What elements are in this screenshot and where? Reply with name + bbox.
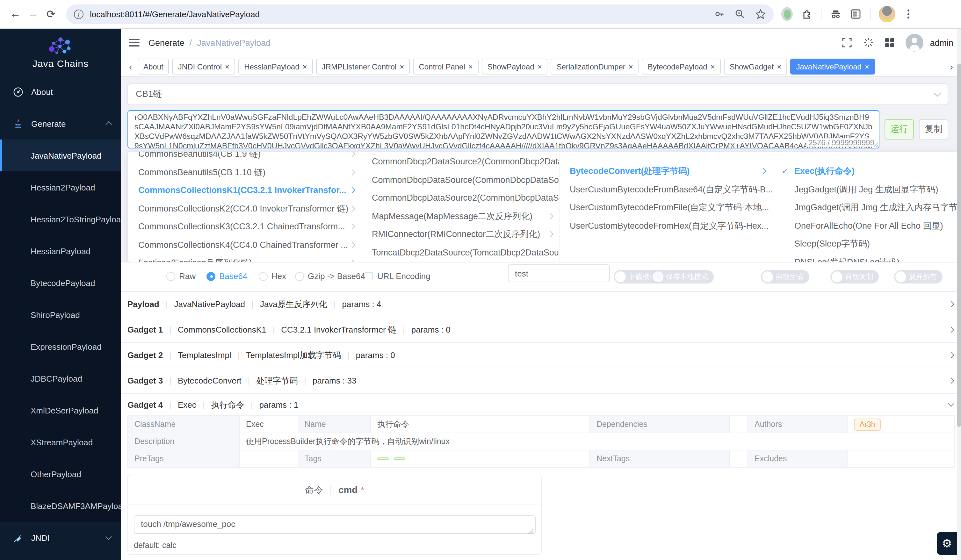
cascader-option[interactable]: ✓ DNSLog(发起DNSLog请求) [773, 253, 961, 262]
encoding-radio[interactable]: Gzip -> Base64 [295, 271, 365, 281]
incognito-icon[interactable] [830, 8, 842, 20]
gadget-collapse-row[interactable]: Payload|JavaNativePayload|Java原生反序列化|par… [121, 292, 961, 317]
cascader-option[interactable]: ✓ UserCustomBytecodeFromBase64(自定义字节码-B.… [559, 181, 772, 199]
tab-close-icon[interactable]: × [400, 63, 404, 71]
cascader-option[interactable]: ✓ Sleep(Sleep字节码) [773, 235, 961, 253]
cascader-option[interactable]: ✓ CommonsCollectionsK2(CC4.0 InvokerTran… [128, 200, 361, 218]
cascader-option[interactable]: ✓ TomcatDbcp2DataSource(TomcatDbcp2DataS… [362, 244, 559, 262]
breadcrumb-root[interactable]: Generate [148, 38, 185, 48]
sidebar-item-jndi[interactable]: JNDI [0, 522, 121, 554]
browser-menu-icon[interactable] [904, 10, 913, 18]
tab-close-icon[interactable]: × [777, 63, 781, 71]
view-tab[interactable]: ShowGadget × [724, 59, 787, 75]
refresh-burst-icon[interactable] [863, 38, 874, 48]
settings-drawer-button[interactable]: ⚙ [937, 532, 957, 555]
view-tab[interactable]: HessianPayload × [238, 59, 313, 75]
cascader-option[interactable]: ✓ MapMessage(MapMessage二次反序列化) [362, 207, 559, 226]
tabs-scroll-right-icon[interactable]: › [946, 61, 957, 72]
filename-input[interactable] [508, 265, 610, 282]
sidebar-subitem[interactable]: ShiroPayload [0, 299, 121, 331]
sidebar-subitem[interactable]: JDBCPayload [0, 363, 121, 394]
sidebar-subitem[interactable]: HessianPayload [0, 235, 121, 267]
address-bar[interactable]: i localhost:8011/#/Generate/JavaNativePa… [66, 4, 774, 24]
tabs-scroll-left-icon[interactable]: ‹ [125, 61, 137, 72]
scrollbar-thumb[interactable] [957, 64, 961, 427]
sidebar-subitem[interactable]: JavaNativePayload [0, 140, 121, 172]
cascader-option[interactable]: ✓ UserCustomBytecodeFromFile(自定义字节码-本地..… [559, 199, 772, 217]
resize-grip-icon[interactable] [528, 528, 534, 534]
extension-status-icon[interactable] [781, 7, 793, 21]
mode-toggle[interactable]: 自动复制 [830, 270, 879, 284]
encoding-radio[interactable]: Hex [259, 271, 286, 281]
site-info-icon[interactable]: i [74, 9, 84, 19]
zoom-out-icon[interactable] [735, 9, 745, 19]
sidebar-subitem[interactable]: XmlDeSerPayload [0, 394, 121, 426]
cascader-option[interactable]: ✓ CommonDbcpDataSource2(CommonDbcpDataSo… [362, 189, 559, 207]
view-tab[interactable]: JavaNativePayload × [790, 59, 875, 75]
reload-icon[interactable]: ⟳ [42, 5, 60, 23]
sidebar-subitem[interactable]: Hessian2ToStringPayload [0, 203, 121, 235]
cascader-option[interactable]: ✓ OneForAllEcho(One For All Echo 回显) [773, 217, 961, 235]
cascader-option[interactable]: ✓ Fastjson(Fastjson反序列化链) [128, 254, 361, 262]
cmd-input[interactable]: touch /tmp/awesome_poc [134, 515, 536, 534]
tab-close-icon[interactable]: × [865, 63, 869, 71]
tab-close-icon[interactable]: × [629, 63, 633, 71]
sidebar-subitem[interactable]: OtherPayload [0, 458, 121, 490]
tab-close-icon[interactable]: × [303, 63, 307, 71]
apps-grid-icon[interactable] [885, 38, 894, 47]
cascader-option[interactable]: ✓ CommonDbcpDataSource(CommonDbcpDataSou… [362, 171, 559, 189]
reading-list-icon[interactable] [850, 8, 861, 20]
cascader-option[interactable]: ✓ JegGadget(调用 Jeg 生成回显字节码) [773, 181, 961, 199]
view-tab[interactable]: SerializationDumper × [551, 59, 639, 75]
back-icon[interactable]: ← [6, 5, 24, 23]
bookmark-star-icon[interactable] [755, 9, 766, 19]
view-tab[interactable]: BytecodePayload × [642, 59, 721, 75]
cascader-option[interactable]: ✓ Exec(执行命令) [773, 162, 961, 181]
mode-toggle[interactable]: 展开所有 [894, 270, 943, 284]
sidebar-subitem[interactable]: BlazeDSAMF3AMPayload [0, 490, 121, 522]
tab-close-icon[interactable]: × [225, 63, 230, 71]
resize-grip-icon[interactable] [873, 141, 878, 147]
cascader-option[interactable]: ✓ UserCustomBytecodeFromHex(自定义字节码-Hex..… [559, 217, 772, 235]
chain-select[interactable]: CB1链 [127, 83, 948, 105]
user-avatar[interactable] [906, 34, 923, 51]
extensions-puzzle-icon[interactable] [801, 8, 813, 20]
encoding-radio[interactable]: Base64 [206, 271, 247, 281]
tab-close-icon[interactable]: × [468, 63, 473, 71]
fullscreen-icon[interactable] [842, 38, 852, 48]
tab-close-icon[interactable]: × [710, 63, 715, 71]
sidebar-item-jrmplistener[interactable]: RMI JRMPListener [0, 554, 121, 560]
cascader-option[interactable]: ✓ RMIConnector(RMIConnector二次反序列化) [362, 226, 559, 244]
cascader-option[interactable]: ✓ CommonsBeanutils5(CB 1.10 链) [128, 164, 361, 181]
sidebar-item-generate[interactable]: Generate [0, 108, 121, 140]
view-tab[interactable]: Control Panel × [413, 59, 478, 75]
hamburger-icon[interactable] [129, 39, 140, 47]
sidebar-subitem[interactable]: Hessian2Payload [0, 172, 121, 203]
cascader-option[interactable]: ✓ JmgGadget(调用 Jmg 生成注入内存马字节码) [773, 199, 961, 217]
forward-icon[interactable]: → [24, 5, 42, 23]
cascader-option[interactable]: ✓ BytecodeConvert(处理字节码) [559, 162, 772, 181]
run-button[interactable]: 运行 [884, 119, 914, 140]
gadget-collapse-row[interactable]: Gadget 1|CommonsCollectionsK1|CC3.2.1 In… [121, 317, 961, 343]
mode-toggle[interactable]: 保存本地模式 [651, 270, 714, 284]
sidebar-subitem[interactable]: BytecodePayload [0, 267, 121, 299]
url-text[interactable]: localhost:8011/#/Generate/JavaNativePayl… [90, 9, 714, 19]
copy-button[interactable]: 复制 [919, 119, 948, 140]
encoding-radio[interactable]: Raw [166, 271, 196, 281]
sidebar-subitem[interactable]: ExpressionPayload [0, 331, 121, 363]
sidebar-subitem[interactable]: XStreamPayload [0, 426, 121, 458]
gadget-collapse-row[interactable]: Gadget 4|Exec|执行命令|params : 1 [121, 394, 961, 416]
cascader-option[interactable]: ✓ CommonsCollectionsK1(CC3.2.1 InvokerTr… [128, 181, 361, 200]
page-scrollbar[interactable] [957, 29, 961, 560]
view-tab[interactable]: JRMPListener Control × [316, 59, 410, 75]
payload-textarea[interactable]: rO0ABXNyABFqYXZhLnV0aWwuSGFzaFNldLpEhZWW… [127, 110, 879, 148]
gadget-collapse-row[interactable]: Gadget 3|BytecodeConvert|处理字节码|params : … [121, 368, 961, 394]
mode-toggle[interactable]: 自动生成 [761, 270, 809, 284]
cascader-option[interactable]: ✓ CommonsCollectionsK3(CC3.2.1 ChainedTr… [128, 218, 361, 236]
browser-profile-avatar[interactable] [879, 6, 895, 22]
view-tab[interactable]: ShowPayload × [482, 59, 548, 75]
sidebar-item-about[interactable]: About [0, 76, 121, 108]
tab-close-icon[interactable]: × [538, 63, 542, 71]
view-tab[interactable]: About × [138, 59, 169, 75]
cascader-option[interactable]: ✓ CommonDbcp2DataSource2(CommonDbcp2Data… [362, 153, 559, 171]
